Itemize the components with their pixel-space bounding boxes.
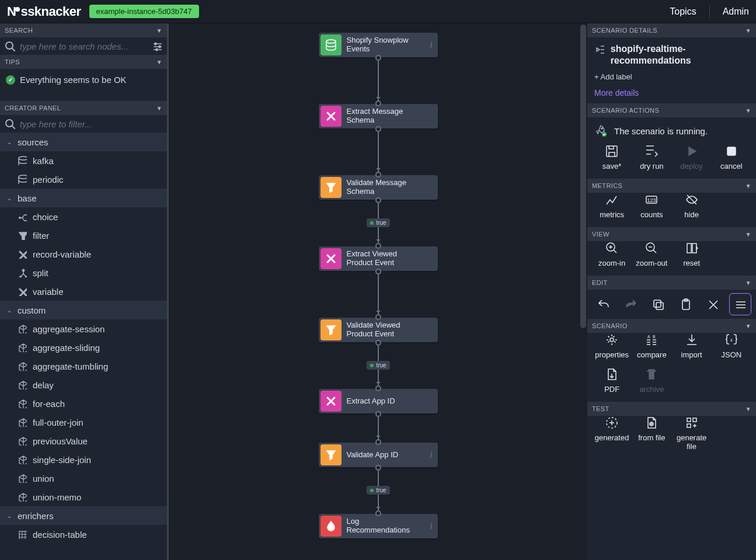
search-section-header[interactable]: SEARCH ▼ <box>0 23 167 37</box>
delete-button[interactable] <box>702 293 724 315</box>
dryrun-button[interactable]: dry run <box>632 144 671 171</box>
tips-section-header[interactable]: TIPS ▼ <box>0 55 167 69</box>
input-port[interactable] <box>375 314 381 320</box>
cancel-button[interactable]: cancel <box>712 144 751 171</box>
generated-button[interactable]: generated <box>592 416 632 451</box>
tree-item[interactable]: record-variable <box>0 245 167 263</box>
input-port[interactable] <box>375 385 381 391</box>
tree-item[interactable]: union <box>0 469 167 488</box>
tree-item[interactable]: aggregate-sliding <box>0 338 167 357</box>
json-button[interactable]: JSON <box>712 333 751 359</box>
output-port[interactable] <box>375 340 381 346</box>
tree-group-base[interactable]: ⌄base <box>0 189 167 207</box>
node[interactable]: Extract Message Schema <box>319 104 438 128</box>
output-port[interactable] <box>375 197 381 203</box>
canvas[interactable]: Shopify Snowplow Events i Extract Messag… <box>169 23 587 560</box>
tree-item[interactable]: full-outer-join <box>0 413 167 432</box>
info-icon[interactable]: i <box>425 521 438 531</box>
details-section-header[interactable]: SCENARIO DETAILS ▼ <box>587 23 756 37</box>
zoom-out-button[interactable]: zoom-out <box>632 241 671 267</box>
undo-button[interactable] <box>592 293 614 315</box>
tree-item-label: single-side-join <box>33 455 91 465</box>
more-details-link[interactable]: More details <box>594 88 749 98</box>
tree-item[interactable]: variable <box>0 282 167 301</box>
search-options-button[interactable] <box>152 41 162 51</box>
canvas-scrollbar[interactable] <box>579 23 587 560</box>
paste-button[interactable] <box>674 293 696 315</box>
edge[interactable] <box>378 60 379 101</box>
input-port[interactable] <box>375 439 381 445</box>
node[interactable]: Validate App ID i <box>319 443 438 467</box>
tree-item[interactable]: filter <box>0 226 167 245</box>
import-button[interactable]: import <box>672 333 712 359</box>
admin-link[interactable]: Admin <box>723 6 749 17</box>
counts-button[interactable]: 123 counts <box>632 193 671 219</box>
tree-item[interactable]: split <box>0 263 167 282</box>
compare-button[interactable]: AB compare <box>632 333 671 359</box>
tree-item[interactable]: decision-table <box>0 525 167 544</box>
properties-button[interactable]: properties <box>592 333 632 359</box>
reset-button[interactable]: reset <box>672 241 712 267</box>
tree-item[interactable]: aggregate-session <box>0 319 167 338</box>
metrics-button[interactable]: metrics <box>592 193 632 219</box>
input-port[interactable] <box>375 100 381 106</box>
genfile-button[interactable]: generate file <box>672 416 712 451</box>
search-icon <box>5 41 15 51</box>
layout-button[interactable] <box>729 293 751 315</box>
node[interactable]: Extract Viewed Product Event <box>319 246 438 271</box>
svg-text:B: B <box>653 335 656 339</box>
node[interactable]: Validate Viewed Product Event <box>319 318 438 342</box>
right-sidebar: SCENARIO DETAILS ▼ shopify-realtime-reco… <box>587 23 756 560</box>
output-port[interactable] <box>375 465 381 471</box>
input-port[interactable] <box>375 510 381 516</box>
input-port[interactable] <box>375 172 381 178</box>
info-icon[interactable]: i <box>425 40 438 50</box>
tree-item[interactable]: single-side-join <box>0 450 167 469</box>
tree-item[interactable]: aggregate-tumbling <box>0 357 167 375</box>
node[interactable]: Shopify Snowplow Events i <box>319 33 438 57</box>
test-section-header[interactable]: TEST ▼ <box>587 402 756 416</box>
node[interactable]: Validate Message Schema <box>319 175 438 200</box>
svg-rect-14 <box>607 146 617 156</box>
topics-link[interactable]: Topics <box>670 6 696 17</box>
fromfile-button[interactable]: from file <box>632 416 671 451</box>
chevron-down-icon: ▼ <box>745 107 751 114</box>
info-icon[interactable]: i <box>425 450 438 460</box>
copy-button[interactable] <box>647 293 669 315</box>
output-port[interactable] <box>375 126 381 132</box>
output-port[interactable] <box>375 411 381 417</box>
edge[interactable] <box>378 131 379 172</box>
add-label-button[interactable]: + Add label <box>594 72 749 81</box>
actions-section-header[interactable]: SCENARIO ACTIONS ▼ <box>587 103 756 117</box>
output-port[interactable] <box>375 269 381 274</box>
tree-item[interactable]: periodic <box>0 170 167 189</box>
view-section-header[interactable]: VIEW ▼ <box>587 227 756 241</box>
x-icon <box>320 391 342 412</box>
scenario-section-header[interactable]: SCENARIO ▼ <box>587 319 756 333</box>
details-section-title: SCENARIO DETAILS <box>592 27 657 34</box>
tree-group-custom[interactable]: ⌄custom <box>0 301 167 319</box>
output-port[interactable] <box>375 55 381 61</box>
edge[interactable] <box>378 274 379 315</box>
save-button[interactable]: save* <box>592 144 632 171</box>
tree-item[interactable]: delay <box>0 375 167 394</box>
creator-section-header[interactable]: CREATOR PANEL ▼ <box>0 101 167 115</box>
search-input[interactable] <box>20 41 147 51</box>
tree-group-sources[interactable]: ⌄sources <box>0 133 167 151</box>
node[interactable]: Extract App ID <box>319 389 438 413</box>
hide-button[interactable]: hide <box>672 193 712 219</box>
tree-group-enrichers[interactable]: ⌄enrichers <box>0 506 167 525</box>
tree-item[interactable]: for-each <box>0 394 167 413</box>
tree-item[interactable]: union-memo <box>0 488 167 506</box>
node[interactable]: Log Recommendations i <box>319 514 438 538</box>
tree-item[interactable]: choice <box>0 207 167 226</box>
metrics-section-header[interactable]: METRICS ▼ <box>587 179 756 193</box>
tree-item[interactable]: previousValue <box>0 432 167 450</box>
zoom-in-button[interactable]: zoom-in <box>592 241 632 267</box>
edit-section-header[interactable]: EDIT ▼ <box>587 276 756 290</box>
input-port[interactable] <box>375 243 381 249</box>
creator-filter-input[interactable] <box>20 119 162 129</box>
edge[interactable] <box>378 416 379 440</box>
tree-item[interactable]: kafka <box>0 151 167 170</box>
pdf-button[interactable]: PDF <box>592 367 632 394</box>
